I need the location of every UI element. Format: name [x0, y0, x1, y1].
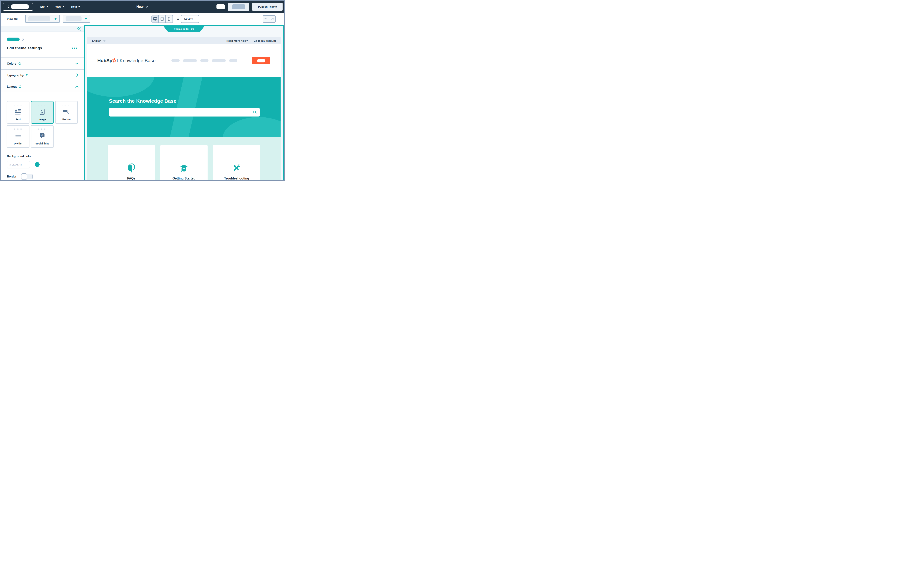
search-icon[interactable] [253, 110, 257, 114]
undo-button[interactable] [263, 16, 269, 22]
need-help-link[interactable]: Need more help? [227, 39, 248, 42]
drag-handle-icon[interactable] [14, 104, 23, 106]
graduation-cap-icon [179, 164, 189, 173]
color-swatch[interactable] [35, 162, 40, 167]
border-toggle[interactable] [21, 174, 33, 180]
category-section: FAQs Getting Started Troubleshooting [87, 137, 280, 180]
back-button[interactable] [3, 3, 33, 11]
image-element-icon [40, 109, 45, 115]
background-color-control [7, 161, 40, 169]
layout-card-text[interactable]: A Text [7, 101, 29, 124]
category-card-troubleshooting[interactable]: Troubleshooting [213, 145, 260, 180]
more-options-icon[interactable] [71, 47, 79, 50]
document-title: New [136, 5, 143, 9]
faq-bubbles-icon [127, 164, 135, 173]
social-links-element-icon: # [40, 133, 45, 139]
kb-search-input[interactable] [109, 108, 253, 117]
layout-card-divider[interactable]: Divider [7, 125, 29, 148]
view-toolbar: View on: W [1, 13, 284, 25]
redacted-dropdown-value [28, 16, 50, 21]
secondary-action-button[interactable] [228, 3, 250, 11]
category-card-getting-started[interactable]: Getting Started [160, 145, 208, 180]
reset-sync-icon [19, 85, 22, 88]
my-account-link[interactable]: Go to my account [254, 39, 276, 42]
chevron-down-icon [63, 6, 64, 7]
collapse-sidebar-icon[interactable] [77, 27, 81, 31]
search-hero: Search the Knowledge Base [87, 77, 280, 137]
width-label: W [177, 13, 179, 25]
border-control: Border [7, 174, 33, 180]
chevron-left-icon [8, 5, 10, 8]
redacted-nav-item[interactable] [171, 59, 180, 62]
hero-heading: Search the Knowledge Base [109, 98, 177, 104]
section-colors[interactable]: Colors [1, 58, 84, 69]
topbar-right-actions: Publish Theme [216, 3, 283, 11]
drag-handle-icon[interactable] [63, 104, 71, 106]
panel-header: Edit theme settings [7, 46, 79, 50]
menu-edit[interactable]: Edit [39, 4, 49, 10]
section-typography[interactable]: Typography [1, 69, 84, 81]
breadcrumb [7, 38, 24, 41]
drag-handle-icon[interactable] [14, 128, 23, 130]
decorative-blob [222, 117, 280, 137]
dropdown-caret-icon [85, 18, 87, 20]
redacted-dropdown-value [66, 16, 82, 21]
theme-editor-tab[interactable]: Theme editor [163, 26, 204, 32]
site-cta-button[interactable] [252, 57, 270, 64]
chevron-right-icon [22, 38, 24, 41]
top-navbar: Edit View Help New Publish Theme [1, 1, 284, 13]
layout-card-image[interactable]: Image [31, 101, 53, 124]
device-mobile-button[interactable] [166, 15, 172, 22]
drag-handle-icon[interactable] [38, 104, 47, 106]
menu-help[interactable]: Help [70, 4, 81, 10]
drag-handle-icon[interactable] [38, 128, 47, 130]
info-icon[interactable] [191, 27, 194, 31]
chevron-right-icon [76, 74, 79, 77]
pencil-edit-icon[interactable] [145, 5, 148, 8]
redacted-nav-item[interactable] [229, 59, 237, 62]
preview-website: English Need more help? Go to my account… [87, 37, 280, 180]
language-selector[interactable]: English [92, 39, 106, 42]
publish-theme-button[interactable]: Publish Theme [252, 3, 283, 11]
redacted-nav-item[interactable] [183, 59, 197, 62]
border-label: Border [7, 175, 16, 178]
menu-view[interactable]: View [54, 4, 65, 10]
background-color-input[interactable] [7, 161, 30, 169]
width-input[interactable] [181, 15, 199, 23]
divider-element-icon [15, 135, 21, 137]
reset-sync-icon [26, 74, 29, 77]
redo-icon [271, 18, 274, 20]
dropdown-caret-icon [54, 18, 57, 20]
site-utility-bar: English Need more help? Go to my account [87, 37, 280, 44]
dropdown-caret-icon [103, 40, 106, 42]
sidebar-collapse-strip [1, 26, 84, 32]
button-element-icon [63, 109, 70, 115]
device-desktop-button[interactable] [152, 15, 159, 22]
category-card-faqs[interactable]: FAQs [108, 145, 155, 180]
layout-card-button[interactable]: Button [55, 101, 78, 124]
chevron-down-icon [47, 6, 48, 7]
redacted-button-label [232, 4, 245, 9]
layout-element-grid: A Text Image Button Divider # Soc [7, 101, 78, 148]
redacted-cta-label [257, 59, 265, 63]
redo-button[interactable] [269, 16, 275, 22]
redacted-breadcrumb-item[interactable] [7, 38, 19, 41]
desktop-icon [153, 17, 157, 21]
view-on-dropdown-primary[interactable] [25, 15, 60, 22]
app-window: Edit View Help New Publish Theme View on… [0, 0, 285, 181]
redacted-nav-item[interactable] [212, 59, 226, 62]
section-layout[interactable]: Layout [1, 81, 84, 92]
chevron-down-icon [75, 63, 79, 64]
hubspot-logo[interactable]: HubSpt Knowledge Base [97, 58, 156, 64]
background-color-label: Background color [7, 155, 32, 158]
device-tablet-button[interactable] [159, 15, 166, 22]
mobile-icon [168, 17, 170, 21]
layout-card-social-links[interactable]: # Social links [31, 125, 53, 148]
tablet-icon [161, 17, 164, 21]
view-on-dropdown-secondary[interactable] [63, 15, 90, 22]
chevron-down-icon [78, 6, 80, 7]
svg-text:A: A [15, 109, 17, 112]
redacted-nav-item[interactable] [200, 59, 208, 62]
hubspot-sprocket-icon [113, 58, 116, 64]
undo-redo-group [262, 15, 276, 22]
